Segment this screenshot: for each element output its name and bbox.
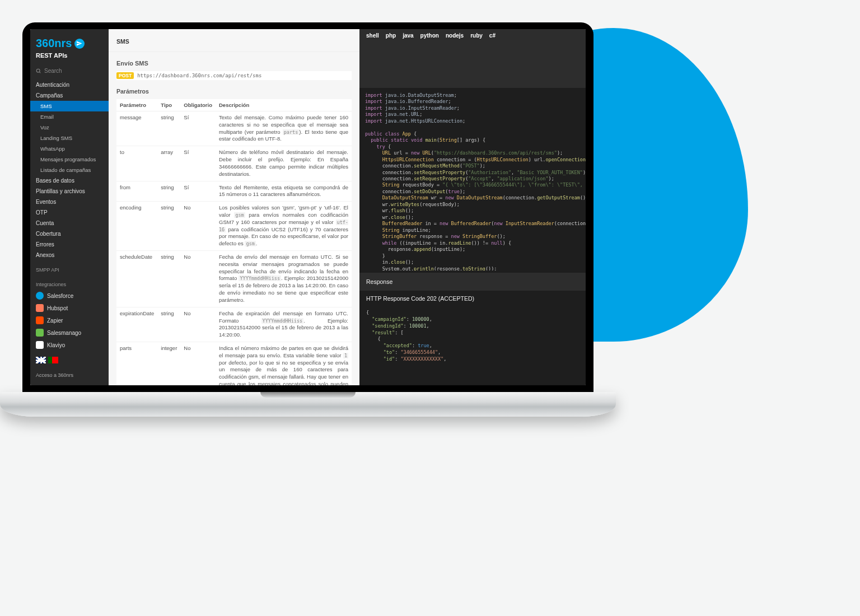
sidebar-item-voz[interactable]: Voz <box>30 122 109 133</box>
sidebar-item-cobertura[interactable]: Cobertura <box>30 228 109 239</box>
tab-ruby[interactable]: ruby <box>470 32 483 39</box>
page-title: SMS <box>109 29 359 52</box>
sidebar-item-cuenta[interactable]: Cuenta <box>30 218 109 228</box>
integration-hubspot[interactable]: Hubspot <box>30 302 109 314</box>
col-required: Obligatorio <box>180 99 216 111</box>
integrations-heading: Integraciones <box>30 275 109 290</box>
docs-panel: SMS Envío SMS POST https://dashboard.360… <box>109 29 359 385</box>
params-heading: Parámetros <box>116 88 352 95</box>
sidebar-item-autenticación[interactable]: Autenticación <box>30 80 109 90</box>
code-panel: shellphpjavapythonnodejsrubyc# import ja… <box>359 29 586 385</box>
col-type: Tipo <box>157 99 180 111</box>
sidebar-item-otp[interactable]: OTP <box>30 207 109 218</box>
integration-salesforce[interactable]: Salesforce <box>30 290 109 302</box>
subtitle: REST APIs <box>30 52 109 64</box>
sidebar-item-landing-sms[interactable]: Landing SMS <box>30 133 109 143</box>
tab-c#[interactable]: c# <box>489 32 496 39</box>
sidebar-item-plantillas-y-archivos[interactable]: Plantillas y archivos <box>30 186 109 197</box>
klaviyo-icon <box>36 341 44 349</box>
nav-section-smpp[interactable]: SMPP API <box>30 260 109 275</box>
integration-zapier[interactable]: Zapier <box>30 314 109 326</box>
language-flags <box>30 351 109 369</box>
sidebar-item-mensajes-programados[interactable]: Mensajes programados <box>30 154 109 165</box>
endpoint-url: https://dashboard.360nrs.com/api/rest/sm… <box>137 73 261 78</box>
sidebar-item-anexos[interactable]: Anexos <box>30 250 109 260</box>
search-placeholder: Search <box>44 68 62 74</box>
search-icon <box>36 68 41 74</box>
zapier-icon <box>36 316 44 324</box>
sidebar-item-email[interactable]: Email <box>30 111 109 122</box>
sidebar-item-errores[interactable]: Errores <box>30 239 109 250</box>
logo-text: 360nrs <box>36 37 72 50</box>
code-sample: import java.io.DataOutputStream; import … <box>359 88 586 270</box>
access-link[interactable]: Acceso a 360nrs <box>30 369 109 384</box>
svg-point-0 <box>36 69 40 72</box>
sidebar-item-campañas[interactable]: Campañas <box>30 90 109 101</box>
salesmanago-icon <box>36 329 44 337</box>
table-row: expirationDatestringNoFecha de expiració… <box>116 307 352 342</box>
sidebar-item-sms[interactable]: SMS <box>30 101 109 111</box>
integration-salesmanago[interactable]: Salesmanago <box>30 326 109 339</box>
endpoint-row: POST https://dashboard.360nrs.com/api/re… <box>116 71 352 80</box>
flag-pt-icon[interactable] <box>48 357 58 363</box>
hubspot-icon <box>36 304 44 312</box>
col-param: Parámetro <box>116 99 157 111</box>
sidebar-item-eventos[interactable]: Eventos <box>30 197 109 207</box>
response-status: HTTP Response Code 202 (ACCEPTED) <box>359 293 586 307</box>
tab-python[interactable]: python <box>420 32 439 39</box>
salesforce-icon <box>36 292 44 300</box>
tab-nodejs[interactable]: nodejs <box>446 32 464 39</box>
tab-php[interactable]: php <box>386 32 396 39</box>
sidebar-item-whatsapp[interactable]: WhatsApp <box>30 143 109 154</box>
table-row: partsintegerNoIndica el número máximo de… <box>116 342 352 385</box>
table-row: encodingstringNoLos posibles valores son… <box>116 202 352 251</box>
tab-shell[interactable]: shell <box>366 32 379 39</box>
search-input[interactable]: Search <box>30 64 109 80</box>
col-desc: Descripción <box>216 99 352 111</box>
sidebar-item-listado-de-campañas[interactable]: Listado de campañas <box>30 165 109 175</box>
table-row: fromstringSíTexto del Remitente, esta et… <box>116 181 352 202</box>
params-table: Parámetro Tipo Obligatorio Descripción m… <box>116 99 352 385</box>
table-row: scheduleDatestringNoFecha de envío del m… <box>116 251 352 307</box>
logo: 360nrs <box>30 29 109 52</box>
http-method-badge: POST <box>116 72 134 79</box>
language-tabs: shellphpjavapythonnodejsrubyc# <box>359 29 586 42</box>
flag-uk-icon[interactable] <box>36 357 46 363</box>
sidebar-item-bases-de-datos[interactable]: Bases de datos <box>30 175 109 186</box>
svg-line-1 <box>39 72 40 73</box>
sidebar: 360nrs REST APIs Search AutenticaciónCam… <box>30 29 109 385</box>
integration-klaviyo[interactable]: Klaviyo <box>30 339 109 351</box>
laptop-frame: 360nrs REST APIs Search AutenticaciónCam… <box>0 22 616 417</box>
response-heading: Response <box>359 273 586 291</box>
response-json: { "campaignId": 100000, "sendingId": 100… <box>359 307 586 385</box>
app-window: 360nrs REST APIs Search AutenticaciónCam… <box>30 29 586 385</box>
paper-plane-icon <box>74 39 85 49</box>
table-row: toarraySíNúmero de teléfono móvil destin… <box>116 146 352 181</box>
section-heading: Envío SMS <box>116 60 352 67</box>
table-row: messagestringSíTexto del mensaje. Como m… <box>116 111 352 146</box>
laptop-base <box>0 392 616 417</box>
tab-java[interactable]: java <box>403 32 413 39</box>
